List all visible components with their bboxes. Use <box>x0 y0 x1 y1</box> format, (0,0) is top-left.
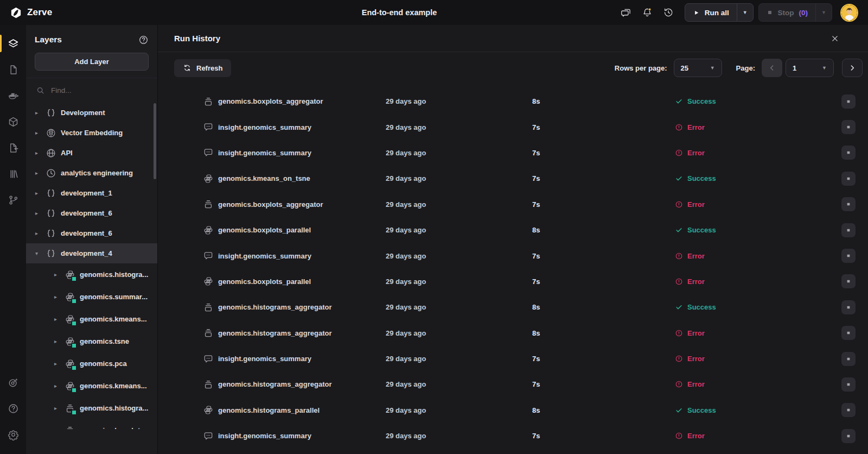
error-circle-icon <box>675 123 683 131</box>
caret-right-icon[interactable]: ▸ <box>54 383 61 389</box>
braces-icon <box>46 108 56 118</box>
run-history-toolbar: Refresh Rows per page: 25 ▼ Page: 1 ▼ <box>158 52 868 84</box>
layer-item[interactable]: ▸genomics.boxplots... <box>26 419 157 429</box>
caret-right-icon[interactable]: ▸ <box>54 272 61 278</box>
layer-item[interactable]: ▸genomics.pca <box>26 352 157 375</box>
layer-item[interactable]: ▸Vector Embedding <box>26 123 157 143</box>
stop-run-button[interactable] <box>841 352 856 366</box>
caret-right-icon[interactable]: ▸ <box>35 190 42 196</box>
layer-label: API <box>61 149 73 157</box>
stop-run-button[interactable] <box>841 146 856 160</box>
run-time: 29 days ago <box>386 432 532 440</box>
caret-right-icon[interactable]: ▸ <box>54 361 61 367</box>
close-panel-button[interactable] <box>830 34 840 43</box>
layer-item[interactable]: ▸API <box>26 143 157 163</box>
rail-item-help[interactable] <box>0 395 26 421</box>
run-name: genomics.kmeans_on_tsne <box>218 174 382 182</box>
caret-down-icon[interactable]: ▾ <box>35 250 42 256</box>
layer-item[interactable]: ▸development_6 <box>26 203 157 223</box>
layer-item[interactable]: ▸analytics engineering <box>26 163 157 183</box>
rail-item-file-import[interactable] <box>0 135 26 161</box>
stop-all-button[interactable]: Stop (0) ▼ <box>758 3 832 22</box>
layer-item[interactable]: ▾development_4 <box>26 243 157 263</box>
layers-help-button[interactable] <box>138 35 149 45</box>
rail-item-layers[interactable] <box>0 30 26 56</box>
run-all-caret[interactable]: ▼ <box>737 4 753 21</box>
layer-label: genomics.histogra... <box>80 404 148 412</box>
find-input[interactable]: Find... <box>26 78 157 103</box>
stop-caret[interactable]: ▼ <box>815 4 832 21</box>
add-layer-button[interactable]: Add Layer <box>35 53 149 71</box>
run-name: insight.genomics_summary <box>218 123 382 131</box>
stop-run-button[interactable] <box>841 197 856 211</box>
stop-run-button[interactable] <box>841 300 856 314</box>
rail-item-settings[interactable] <box>0 421 26 447</box>
rail-item-git-branch[interactable] <box>0 187 26 213</box>
rail-item-library[interactable] <box>0 161 26 187</box>
layer-item[interactable]: ▸development_1 <box>26 183 157 203</box>
stop-run-button[interactable] <box>841 120 856 134</box>
chat-bubble-icon <box>203 250 214 261</box>
layer-item[interactable]: ▸genomics.tsne <box>26 330 157 352</box>
stop-run-button[interactable] <box>841 429 856 443</box>
layer-item[interactable]: ▸genomics.histogra... <box>26 397 157 419</box>
caret-right-icon[interactable]: ▸ <box>35 130 42 136</box>
prev-page-button[interactable] <box>762 59 782 77</box>
run-all-main[interactable]: Run all <box>685 4 737 21</box>
page-select[interactable]: 1 ▼ <box>786 59 834 77</box>
layer-item[interactable]: ▸Development <box>26 103 157 123</box>
zerve-logo[interactable]: Zerve <box>10 7 52 19</box>
layer-label: development_1 <box>61 189 112 197</box>
user-avatar[interactable] <box>840 4 858 22</box>
caret-right-icon[interactable]: ▸ <box>54 316 61 322</box>
chat-bubble-icon <box>203 354 214 364</box>
layer-item[interactable]: ▸development_6 <box>26 223 157 243</box>
stop-square-icon <box>845 123 852 131</box>
rows-per-page-select[interactable]: 25 ▼ <box>674 59 722 77</box>
chat-bubble-icon <box>203 122 214 133</box>
layer-label: Vector Embedding <box>61 129 123 137</box>
layer-item[interactable]: ▸genomics.summar... <box>26 286 157 308</box>
layer-item[interactable]: ▸genomics.kmeans... <box>26 308 157 330</box>
caret-right-icon[interactable]: ▸ <box>35 170 42 176</box>
stop-main[interactable]: Stop (0) <box>759 4 816 21</box>
caret-right-icon[interactable]: ▸ <box>54 294 61 300</box>
chevron-left-icon <box>768 64 776 72</box>
caret-right-icon[interactable]: ▸ <box>54 338 61 344</box>
stop-run-button[interactable] <box>841 274 856 288</box>
run-all-button[interactable]: Run all ▼ <box>685 3 754 22</box>
refresh-button[interactable]: Refresh <box>174 59 231 77</box>
layer-item[interactable]: ▸genomics.kmeans... <box>26 375 157 397</box>
rail-item-docker[interactable] <box>0 83 26 109</box>
stop-run-button[interactable] <box>841 94 856 109</box>
stop-run-button[interactable] <box>841 326 856 340</box>
chevron-right-icon <box>848 64 857 72</box>
stop-run-button[interactable] <box>841 403 856 417</box>
caret-right-icon[interactable]: ▸ <box>35 230 42 236</box>
sidebar-scrollbar[interactable] <box>154 103 156 179</box>
run-history-row: genomics.histograms_aggregator29 days ag… <box>158 320 868 346</box>
caret-right-icon[interactable]: ▸ <box>35 110 42 116</box>
layer-item[interactable]: ▸genomics.histogra... <box>26 263 157 286</box>
run-duration: 7s <box>532 149 675 157</box>
stop-run-button[interactable] <box>841 172 856 186</box>
stop-run-button[interactable] <box>841 223 856 237</box>
caret-right-icon[interactable]: ▸ <box>35 150 42 156</box>
file-import-icon <box>8 142 19 154</box>
run-status-badge: Success <box>675 97 841 105</box>
python-icon <box>65 381 75 392</box>
stop-run-button[interactable] <box>841 377 856 392</box>
rail-item-package[interactable] <box>0 109 26 135</box>
history-button[interactable] <box>660 4 676 21</box>
comments-button[interactable] <box>618 4 634 21</box>
notifications-button[interactable] <box>639 4 655 21</box>
stop-run-button[interactable] <box>841 249 856 263</box>
caret-right-icon[interactable]: ▸ <box>35 210 42 216</box>
caret-right-icon[interactable]: ▸ <box>54 405 61 411</box>
rail-item-assistant-target[interactable] <box>0 369 26 395</box>
next-page-button[interactable] <box>842 59 863 77</box>
caret-right-icon[interactable]: ▸ <box>54 427 61 429</box>
rail-item-document[interactable] <box>0 56 26 83</box>
check-icon <box>675 174 683 182</box>
sidebar-header: Layers <box>26 25 157 51</box>
